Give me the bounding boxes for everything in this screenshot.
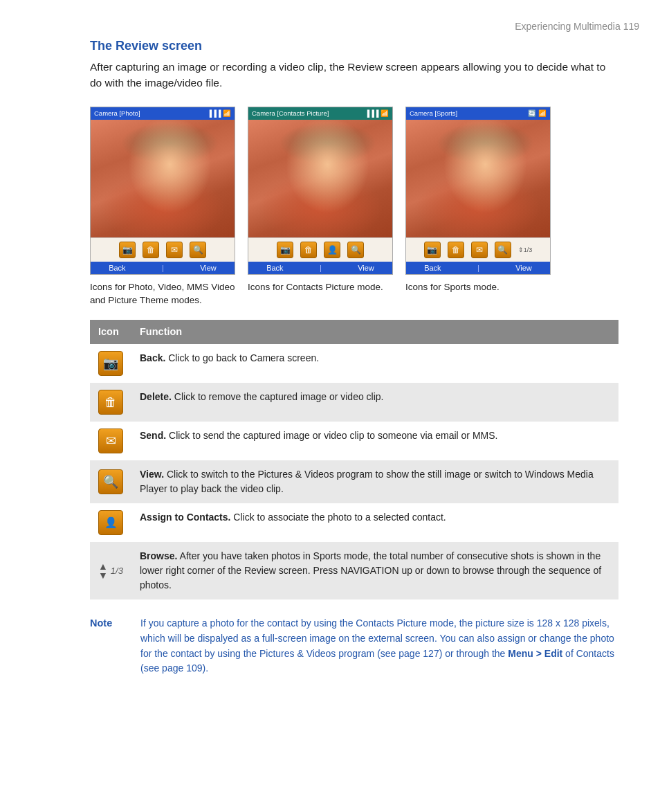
status-bar-sports: Camera [Sports] 🔄 📶 xyxy=(406,107,550,120)
func-cell-browse: Browse. After you have taken photos in S… xyxy=(131,542,618,599)
table-row: 📷 Back. Click to go back to Camera scree… xyxy=(90,344,618,383)
icon-back-contacts[interactable]: 📷 xyxy=(277,242,293,258)
icon-view-sports[interactable]: 🔍 xyxy=(495,242,511,258)
func-cell-delete: Delete. Click to remove the captured ima… xyxy=(131,383,618,422)
table-row: ✉ Send. Click to send the captured image… xyxy=(90,422,618,460)
func-text-view: Click to switch to the Pictures & Videos… xyxy=(140,469,594,494)
note-content: If you capture a photo for the contact b… xyxy=(140,616,618,676)
note-bold-text: Menu > Edit xyxy=(508,648,562,659)
phone-nav-photo: Back | View xyxy=(91,262,235,274)
func-text-back: Click to go back to Camera screen. xyxy=(168,352,319,363)
status-bar-icons-sports: 🔄 📶 xyxy=(528,109,547,117)
func-text-delete: Click to remove the captured image or vi… xyxy=(174,391,384,402)
phone-nav-sports: Back | View xyxy=(406,262,550,274)
func-bold-view: View. xyxy=(140,469,164,480)
nav-back-photo[interactable]: Back xyxy=(109,264,125,272)
func-text-browse: After you have taken photos in Sports mo… xyxy=(140,550,601,590)
phone-screen-sports: Camera [Sports] 🔄 📶 📷 🗑 ✉ 🔍 ⇕1/3 Back | … xyxy=(405,107,551,275)
status-bar-icons-contacts: ▐▐▐ 📶 xyxy=(365,109,389,117)
screenshots-row: Camera [Photo] ▐▐▐ 📶 📷 🗑 ✉ 🔍 Back | View… xyxy=(90,107,618,307)
browse-number: 1/3 xyxy=(111,564,123,578)
func-cell-send: Send. Click to send the captured image o… xyxy=(131,422,618,460)
note-label: Note xyxy=(90,616,128,676)
icon-cell-send: ✉ xyxy=(90,422,131,460)
status-bar-photo: Camera [Photo] ▐▐▐ 📶 xyxy=(91,107,235,120)
icon-delete-sports[interactable]: 🗑 xyxy=(448,242,464,258)
icon-view-contacts[interactable]: 🔍 xyxy=(347,242,364,258)
browse-arrows-icon: ▲ ▼ xyxy=(98,562,108,579)
screenshot-col-sports: Camera [Sports] 🔄 📶 📷 🗑 ✉ 🔍 ⇕1/3 Back | … xyxy=(405,107,551,294)
phone-image-contacts xyxy=(248,120,392,237)
header-function: Function xyxy=(131,320,618,345)
table-header-row: Icon Function xyxy=(90,320,618,345)
nav-view-contacts[interactable]: View xyxy=(358,264,374,272)
status-bar-title-sports: Camera [Sports] xyxy=(410,109,457,117)
browse-icon-cell: ▲ ▼ 1/3 xyxy=(98,562,123,579)
phone-image-sports xyxy=(406,120,550,237)
screenshot-col-contacts: Camera [Contacts Picture] ▐▐▐ 📶 📷 🗑 👤 🔍 … xyxy=(248,107,393,294)
icon-cell-delete: 🗑 xyxy=(90,383,131,422)
table-row: 🔍 View. Click to switch to the Pictures … xyxy=(90,460,618,503)
nav-sep-sports: | xyxy=(477,264,479,272)
nav-back-contacts[interactable]: Back xyxy=(266,264,283,272)
send-icon: ✉ xyxy=(98,428,123,453)
icon-cell-view: 🔍 xyxy=(90,460,131,503)
assign-icon: 👤 xyxy=(98,510,123,535)
icon-cell-assign: 👤 xyxy=(90,503,131,542)
phone-screen-photo: Camera [Photo] ▐▐▐ 📶 📷 🗑 ✉ 🔍 Back | View xyxy=(90,107,235,275)
caption-contacts: Icons for Contacts Picture mode. xyxy=(248,280,383,294)
table-row: ▲ ▼ 1/3 Browse. After you have taken pho… xyxy=(90,542,618,599)
icon-send-photo[interactable]: ✉ xyxy=(166,242,183,258)
phone-icons-sports: 📷 🗑 ✉ 🔍 ⇕1/3 xyxy=(406,237,550,262)
func-bold-assign: Assign to Contacts. xyxy=(140,512,230,523)
icon-view-photo[interactable]: 🔍 xyxy=(190,242,206,258)
icon-delete-photo[interactable]: 🗑 xyxy=(143,242,159,258)
delete-icon: 🗑 xyxy=(98,390,123,415)
phone-image-photo xyxy=(91,120,235,237)
func-cell-assign: Assign to Contacts. Click to associate t… xyxy=(131,503,618,542)
func-cell-back: Back. Click to go back to Camera screen. xyxy=(131,344,618,383)
func-text-assign: Click to associate the photo to a select… xyxy=(233,512,446,523)
func-text-send: Click to send the captured image or vide… xyxy=(169,430,497,441)
icon-function-table: Icon Function 📷 Back. Click to go back t… xyxy=(90,320,618,600)
func-bold-back: Back. xyxy=(140,352,165,363)
phone-nav-contacts: Back | View xyxy=(248,262,392,274)
status-bar-title-photo: Camera [Photo] xyxy=(94,109,140,117)
func-bold-browse: Browse. xyxy=(140,550,177,561)
note-section: Note If you capture a photo for the cont… xyxy=(90,616,618,676)
nav-sep-contacts: | xyxy=(320,264,322,272)
header-icon: Icon xyxy=(90,320,131,345)
table-row: 👤 Assign to Contacts. Click to associate… xyxy=(90,503,618,542)
page-number: Experiencing Multimedia 119 xyxy=(90,21,639,32)
phone-icons-contacts: 📷 🗑 👤 🔍 xyxy=(248,237,392,262)
icon-assign-contacts[interactable]: 👤 xyxy=(324,242,340,258)
camera-icon: 📷 xyxy=(98,351,123,376)
screenshot-col-photo: Camera [Photo] ▐▐▐ 📶 📷 🗑 ✉ 🔍 Back | View… xyxy=(90,107,235,307)
status-bar-contacts: Camera [Contacts Picture] ▐▐▐ 📶 xyxy=(248,107,392,120)
caption-sports: Icons for Sports mode. xyxy=(405,280,499,294)
func-cell-view: View. Click to switch to the Pictures & … xyxy=(131,460,618,503)
func-bold-delete: Delete. xyxy=(140,391,172,402)
nav-sep-photo: | xyxy=(162,264,164,272)
status-bar-title-contacts: Camera [Contacts Picture] xyxy=(252,109,329,117)
phone-screen-contacts: Camera [Contacts Picture] ▐▐▐ 📶 📷 🗑 👤 🔍 … xyxy=(248,107,393,275)
caption-photo: Icons for Photo, Video, MMS Video and Pi… xyxy=(90,280,235,307)
phone-icons-photo: 📷 🗑 ✉ 🔍 xyxy=(91,237,235,262)
sports-counter: ⇕1/3 xyxy=(518,246,533,253)
icon-delete-contacts[interactable]: 🗑 xyxy=(300,242,317,258)
icon-cell-browse: ▲ ▼ 1/3 xyxy=(90,542,131,599)
nav-back-sports[interactable]: Back xyxy=(424,264,441,272)
intro-text: After capturing an image or recording a … xyxy=(90,59,618,91)
view-icon: 🔍 xyxy=(98,469,123,494)
nav-view-photo[interactable]: View xyxy=(200,264,217,272)
icon-back-photo[interactable]: 📷 xyxy=(119,242,136,258)
icon-back-sports[interactable]: 📷 xyxy=(424,242,441,258)
table-row: 🗑 Delete. Click to remove the captured i… xyxy=(90,383,618,422)
nav-view-sports[interactable]: View xyxy=(515,264,532,272)
func-bold-send: Send. xyxy=(140,430,166,441)
icon-send-sports[interactable]: ✉ xyxy=(471,242,488,258)
status-bar-icons-photo: ▐▐▐ 📶 xyxy=(207,109,231,117)
section-title: The Review screen xyxy=(90,39,618,53)
icon-cell-camera: 📷 xyxy=(90,344,131,383)
